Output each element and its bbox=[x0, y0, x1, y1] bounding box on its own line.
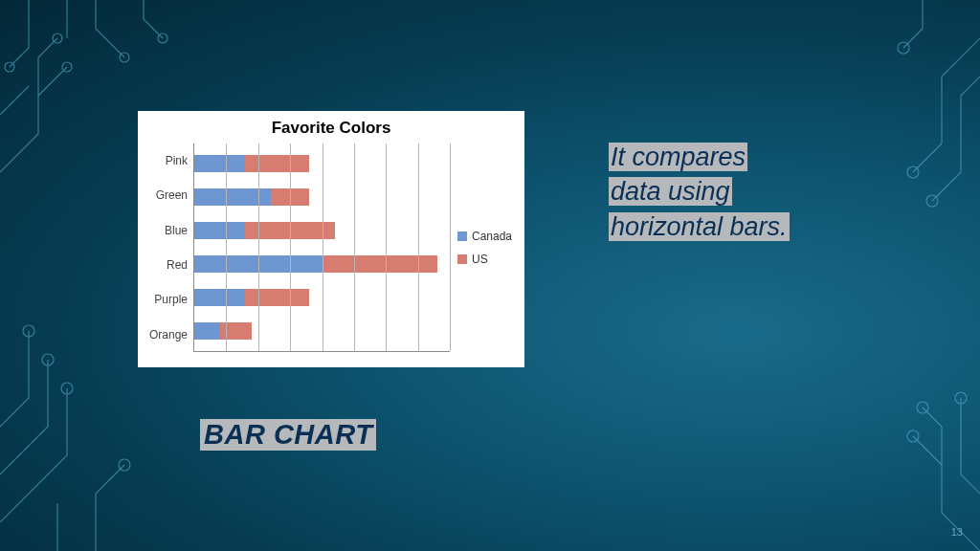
bar-segment bbox=[194, 188, 271, 206]
chart-legend: Canada US bbox=[450, 143, 517, 352]
description-line: It compares bbox=[609, 143, 747, 171]
legend-label-us: US bbox=[472, 253, 488, 266]
legend-label-canada: Canada bbox=[472, 230, 512, 243]
legend-entry-canada: Canada bbox=[457, 230, 517, 243]
y-axis-label: Pink bbox=[145, 155, 188, 166]
y-axis-label: Red bbox=[145, 259, 188, 271]
y-axis-label: Purple bbox=[145, 294, 188, 305]
swatch-canada bbox=[457, 231, 467, 241]
y-axis-label: Blue bbox=[145, 225, 188, 236]
bar-segment bbox=[194, 322, 220, 340]
bar-segment bbox=[194, 289, 245, 306]
plot-area bbox=[193, 143, 450, 352]
y-axis-labels: PinkGreenBlueRedPurpleOrange bbox=[145, 143, 193, 352]
bar-segment bbox=[323, 255, 437, 273]
description-line: horizontal bars. bbox=[609, 212, 790, 241]
circuit-decoration-bottom-right bbox=[884, 341, 980, 551]
swatch-us bbox=[457, 254, 467, 264]
slide-description: It comparesdata usinghorizontal bars. bbox=[609, 140, 790, 244]
bar-segment bbox=[220, 322, 252, 340]
bar-segment bbox=[194, 222, 245, 239]
slide-caption: BAR CHART bbox=[200, 419, 376, 451]
bar-segment bbox=[194, 155, 245, 172]
bar-segment bbox=[245, 289, 309, 306]
page-number: 13 bbox=[951, 526, 963, 538]
description-line: data using bbox=[609, 177, 732, 206]
chart-body: PinkGreenBlueRedPurpleOrange Canada US bbox=[145, 143, 517, 352]
y-axis-label: Green bbox=[145, 189, 188, 201]
chart-panel: Favorite Colors PinkGreenBlueRedPurpleOr… bbox=[138, 111, 524, 367]
circuit-decoration-top-right bbox=[827, 0, 980, 230]
chart-title: Favorite Colors bbox=[145, 119, 517, 138]
y-axis-label: Orange bbox=[145, 329, 188, 341]
bar-segment bbox=[245, 155, 309, 172]
legend-entry-us: US bbox=[457, 253, 517, 266]
